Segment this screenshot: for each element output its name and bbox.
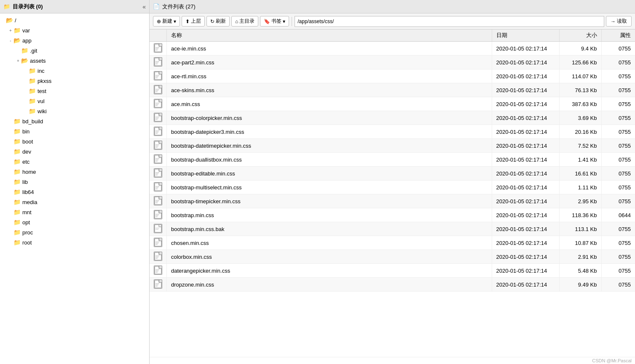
folder-closed-icon: 📁 bbox=[13, 199, 21, 205]
tree-item-lib[interactable]: 📁lib bbox=[0, 177, 149, 187]
file-name[interactable]: bootstrap-datepicker3.min.css bbox=[167, 125, 492, 139]
file-size: 20.16 Kb bbox=[559, 125, 601, 139]
file-name[interactable]: ace-ie.min.css bbox=[167, 42, 492, 56]
tree-item-git[interactable]: 📁.git bbox=[0, 45, 149, 56]
file-attr: 0755 bbox=[601, 56, 635, 69]
file-name[interactable]: ace-part2.min.css bbox=[167, 56, 492, 69]
tree-item-app[interactable]: -📂app bbox=[0, 35, 149, 45]
svg-rect-63 bbox=[155, 266, 161, 274]
tree-item-media[interactable]: 📁media bbox=[0, 197, 149, 207]
expand-icon[interactable]: + bbox=[8, 28, 13, 33]
file-name[interactable]: bootstrap-colorpicker.min.css bbox=[167, 111, 492, 125]
up-button[interactable]: ⬆ 上层 bbox=[182, 16, 205, 27]
table-row[interactable]: bootstrap-datetimepicker.min.css 2020-01… bbox=[150, 139, 635, 153]
file-name[interactable]: ace-skins.min.css bbox=[167, 83, 492, 97]
file-name[interactable]: bootstrap.min.css.bak bbox=[167, 222, 492, 236]
file-name[interactable]: dropzone.min.css bbox=[167, 278, 492, 292]
tree-item-wiki[interactable]: 📁wiki bbox=[0, 106, 149, 116]
file-name[interactable]: bootstrap-datetimepicker.min.css bbox=[167, 139, 492, 153]
tree-item-bd_build[interactable]: 📁bd_build bbox=[0, 116, 149, 126]
tree-item-pkxss[interactable]: 📁pkxss bbox=[0, 76, 149, 86]
tree-item-opt[interactable]: 📁opt bbox=[0, 217, 149, 227]
folder-closed-icon: 📁 bbox=[21, 47, 28, 54]
table-row[interactable]: bootstrap-timepicker.min.css 2020-01-05 … bbox=[150, 194, 635, 208]
up-label: 上层 bbox=[191, 18, 201, 25]
file-icon-cell bbox=[150, 194, 167, 208]
table-row[interactable]: daterangepicker.min.css 2020-01-05 02:17… bbox=[150, 264, 635, 278]
file-name[interactable]: daterangepicker.min.css bbox=[167, 264, 492, 278]
tree-label: root bbox=[22, 239, 32, 246]
left-panel-title: 📁 目录列表 (0) bbox=[3, 3, 43, 11]
file-date: 2020-01-05 02:17:14 bbox=[492, 97, 559, 111]
table-row[interactable]: bootstrap.min.css 2020-01-05 02:17:14 11… bbox=[150, 208, 635, 222]
table-row[interactable]: ace.min.css 2020-01-05 02:17:14 387.63 K… bbox=[150, 97, 635, 111]
tree-item-root[interactable]: 📂/ bbox=[0, 15, 149, 25]
file-name[interactable]: bootstrap-editable.min.css bbox=[167, 167, 492, 181]
col-name-header: 名称 bbox=[167, 29, 492, 42]
file-attr: 0755 bbox=[601, 264, 635, 278]
table-row[interactable]: ace-rtl.min.css 2020-01-05 02:17:14 114.… bbox=[150, 69, 635, 83]
table-row[interactable]: colorbox.min.css 2020-01-05 02:17:14 2.9… bbox=[150, 250, 635, 264]
path-input[interactable] bbox=[295, 16, 604, 27]
file-icon-cell bbox=[150, 167, 167, 181]
tree-item-mnt[interactable]: 📁mnt bbox=[0, 207, 149, 217]
bookmark-button[interactable]: 🔖 书签 ▾ bbox=[260, 16, 289, 27]
file-size: 387.63 Kb bbox=[559, 97, 601, 111]
tree-item-lib64[interactable]: 📁lib64 bbox=[0, 187, 149, 197]
svg-rect-24 bbox=[155, 128, 161, 135]
table-row[interactable]: bootstrap-multiselect.min.css 2020-01-05… bbox=[150, 181, 635, 194]
home-button[interactable]: ⌂ 主目录 bbox=[231, 16, 258, 27]
refresh-button[interactable]: ↻ 刷新 bbox=[206, 16, 230, 27]
file-name[interactable]: chosen.min.css bbox=[167, 236, 492, 250]
svg-rect-52 bbox=[155, 225, 161, 232]
table-row[interactable]: ace-part2.min.css 2020-01-05 02:17:14 12… bbox=[150, 56, 635, 69]
file-attr: 0755 bbox=[601, 167, 635, 181]
tree-item-dev[interactable]: 📁dev bbox=[0, 146, 149, 157]
table-row[interactable]: chosen.min.css 2020-01-05 02:17:14 10.87… bbox=[150, 236, 635, 250]
expand-icon[interactable]: + bbox=[15, 58, 21, 63]
tree-item-root[interactable]: 📁root bbox=[0, 237, 149, 247]
table-row[interactable]: bootstrap-colorpicker.min.css 2020-01-05… bbox=[150, 111, 635, 125]
file-attr: 0755 bbox=[601, 42, 635, 56]
file-date: 2020-01-05 02:17:14 bbox=[492, 83, 559, 97]
file-name[interactable]: ace.min.css bbox=[167, 97, 492, 111]
file-size: 10.87 Kb bbox=[559, 236, 601, 250]
collapse-button[interactable]: « bbox=[142, 3, 146, 10]
new-button[interactable]: ⊕ 新建 ▾ bbox=[153, 16, 180, 27]
tree-item-test[interactable]: 📁test bbox=[0, 86, 149, 96]
tree-item-boot[interactable]: 📁boot bbox=[0, 136, 149, 146]
table-row[interactable]: bootstrap-editable.min.css 2020-01-05 02… bbox=[150, 167, 635, 181]
file-name[interactable]: bootstrap-duallistbox.min.css bbox=[167, 153, 492, 167]
tree-item-home[interactable]: 📁home bbox=[0, 167, 149, 177]
table-row[interactable]: ace-ie.min.css 2020-01-05 02:17:14 9.4 K… bbox=[150, 42, 635, 56]
col-attr-header: 属性 bbox=[601, 29, 635, 42]
file-size: 118.36 Kb bbox=[559, 208, 601, 222]
file-name[interactable]: bootstrap-timepicker.min.css bbox=[167, 194, 492, 208]
collapse-icon[interactable]: - bbox=[8, 38, 13, 43]
table-row[interactable]: bootstrap-datepicker3.min.css 2020-01-05… bbox=[150, 125, 635, 139]
svg-rect-0 bbox=[155, 44, 161, 52]
tree-item-vul[interactable]: 📁vul bbox=[0, 96, 149, 106]
tree-item-inc[interactable]: 📁inc bbox=[0, 66, 149, 76]
table-row[interactable]: ace-skins.min.css 2020-01-05 02:17:14 76… bbox=[150, 83, 635, 97]
tree-label: boot bbox=[22, 138, 33, 145]
tree-label: proc bbox=[22, 229, 33, 236]
file-name[interactable]: bootstrap.min.css bbox=[167, 208, 492, 222]
tree-item-var[interactable]: +📁var bbox=[0, 25, 149, 35]
svg-rect-55 bbox=[155, 239, 161, 246]
tree-item-bin[interactable]: 📁bin bbox=[0, 126, 149, 136]
folder-open-icon: 📂 bbox=[6, 17, 13, 24]
file-table: 名称 日期 大小 属性 ace-ie.min.css 2020-01-05 02… bbox=[150, 29, 635, 292]
tree-item-assets[interactable]: +📂assets bbox=[0, 56, 149, 66]
file-name[interactable]: colorbox.min.css bbox=[167, 250, 492, 264]
table-row[interactable]: bootstrap-duallistbox.min.css 2020-01-05… bbox=[150, 153, 635, 167]
read-button[interactable]: → 读取 bbox=[606, 16, 632, 27]
css-file-icon bbox=[154, 168, 162, 178]
table-row[interactable]: dropzone.min.css 2020-01-05 02:17:14 9.4… bbox=[150, 278, 635, 292]
file-name[interactable]: bootstrap-multiselect.min.css bbox=[167, 181, 492, 194]
file-name[interactable]: ace-rtl.min.css bbox=[167, 69, 492, 83]
tree-item-etc[interactable]: 📁etc bbox=[0, 157, 149, 167]
table-row[interactable]: bootstrap.min.css.bak 2020-01-05 02:17:1… bbox=[150, 222, 635, 236]
file-date: 2020-01-05 02:17:14 bbox=[492, 56, 559, 69]
tree-item-proc[interactable]: 📁proc bbox=[0, 227, 149, 237]
